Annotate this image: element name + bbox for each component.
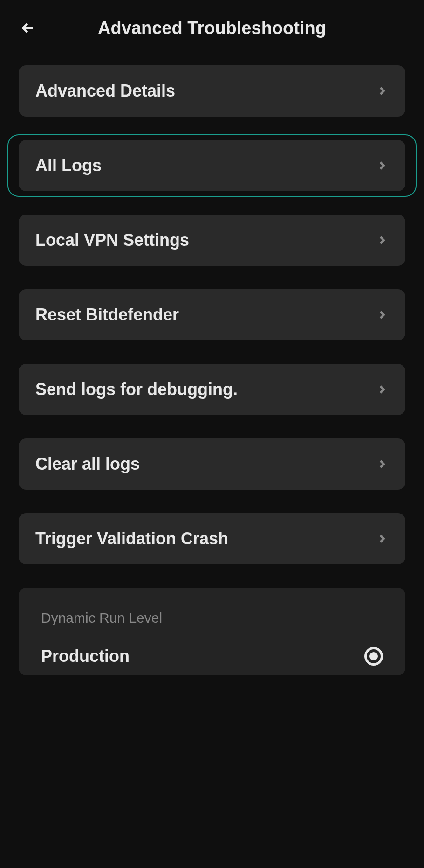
- list-item-label: Advanced Details: [35, 81, 175, 101]
- list-item-label: All Logs: [35, 156, 102, 175]
- chevron-right-icon: [376, 308, 389, 321]
- dynamic-run-level-card: Dynamic Run Level Production: [19, 588, 405, 675]
- item-advanced-details[interactable]: Advanced Details: [19, 65, 405, 117]
- list-item-label: Local VPN Settings: [35, 230, 189, 250]
- header: Advanced Troubleshooting: [0, 0, 424, 56]
- list-item-label: Trigger Validation Crash: [35, 529, 228, 549]
- section-label: Dynamic Run Level: [41, 610, 383, 626]
- chevron-right-icon: [376, 159, 389, 172]
- radio-selected-icon: [364, 647, 383, 666]
- list-item-label: Reset Bitdefender: [35, 305, 179, 325]
- radio-label: Production: [41, 646, 130, 666]
- item-local-vpn-settings[interactable]: Local VPN Settings: [19, 215, 405, 266]
- item-send-logs-debugging[interactable]: Send logs for debugging.: [19, 364, 405, 415]
- item-trigger-validation-crash[interactable]: Trigger Validation Crash: [19, 513, 405, 564]
- item-reset-bitdefender[interactable]: Reset Bitdefender: [19, 289, 405, 340]
- item-clear-all-logs[interactable]: Clear all logs: [19, 438, 405, 490]
- chevron-right-icon: [376, 458, 389, 471]
- list-item-label: Send logs for debugging.: [35, 380, 238, 399]
- chevron-right-icon: [376, 532, 389, 545]
- page-title: Advanced Troubleshooting: [19, 18, 405, 38]
- content: Advanced Details All Logs Local VPN Sett…: [0, 56, 424, 675]
- chevron-right-icon: [376, 84, 389, 97]
- item-all-logs[interactable]: All Logs: [19, 140, 405, 191]
- chevron-right-icon: [376, 383, 389, 396]
- list-item-label: Clear all logs: [35, 454, 140, 474]
- radio-option-production[interactable]: Production: [41, 646, 383, 675]
- chevron-right-icon: [376, 234, 389, 247]
